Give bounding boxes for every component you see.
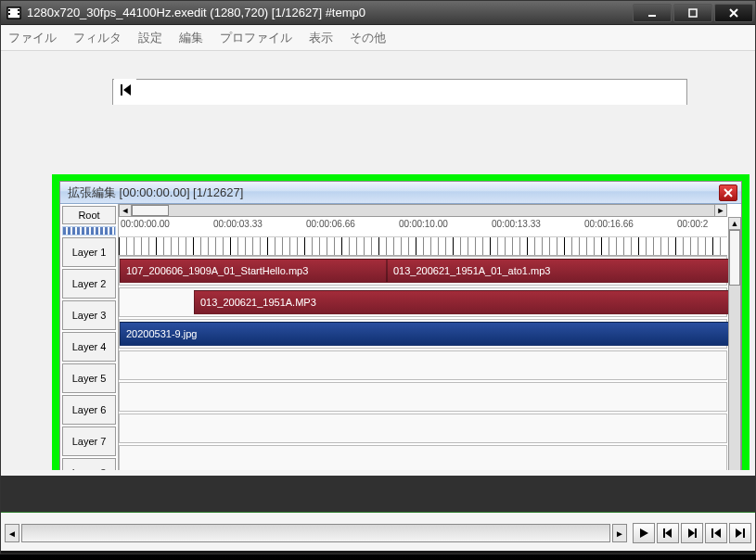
svg-marker-21 <box>736 528 742 538</box>
track-row[interactable]: 20200531-9.jpg <box>119 319 727 349</box>
svg-rect-3 <box>8 13 10 15</box>
timeline-ruler[interactable]: 00:00:00.0000:00:03.3300:00:06.6600:00:1… <box>119 217 727 256</box>
menu-file[interactable]: ファイル <box>8 30 57 46</box>
menu-edit[interactable]: 編集 <box>179 30 203 46</box>
svg-rect-2 <box>8 9 10 11</box>
timeline-window: 拡張編集 [00:00:00.00] [1/12627] Root Layer … <box>59 181 742 470</box>
clip-image[interactable]: 20200531-9.jpg <box>120 322 732 346</box>
track-row[interactable] <box>119 350 727 380</box>
divider-line <box>1 512 755 513</box>
maximize-button[interactable] <box>673 4 712 22</box>
root-button[interactable]: Root <box>62 206 116 224</box>
svg-rect-5 <box>18 13 19 15</box>
minimize-button[interactable] <box>633 4 672 22</box>
canvas-area: 拡張編集 [00:00:00.00] [1/12627] Root Layer … <box>1 51 755 470</box>
window-buttons <box>633 4 753 22</box>
zoom-slider[interactable] <box>62 226 116 235</box>
clip-audio[interactable]: 013_200621_1951A.MP3 <box>194 290 732 314</box>
vscroll-thumb[interactable] <box>729 230 740 286</box>
svg-marker-11 <box>123 84 131 95</box>
next-frame-button[interactable] <box>681 523 703 543</box>
titlebar[interactable]: 1280x720_30fps_44100Hz.exedit (1280,720)… <box>1 1 755 25</box>
vscroll-up-icon[interactable]: ▲ <box>728 217 741 230</box>
menu-profile[interactable]: プロファイル <box>220 30 292 46</box>
seek-left-icon[interactable]: ◄ <box>5 524 19 542</box>
timeline-vscroll[interactable]: ▲ ▼ <box>728 217 741 470</box>
ruler-label: 00:00:16.66 <box>584 219 634 229</box>
track-row[interactable]: 107_200606_1909A_01_StartHello.mp3013_20… <box>119 256 727 286</box>
track-row[interactable] <box>119 382 727 412</box>
timeline-left-column: Root Layer 1Layer 2Layer 3Layer 4Layer 5… <box>60 204 119 470</box>
layer-label-2[interactable]: Layer 2 <box>62 269 116 299</box>
app-window: 1280x720_30fps_44100Hz.exedit (1280,720)… <box>0 0 756 554</box>
layer-label-1[interactable]: Layer 1 <box>62 237 116 267</box>
svg-rect-4 <box>18 9 19 11</box>
layer-label-3[interactable]: Layer 3 <box>62 300 116 330</box>
status-band <box>1 476 755 513</box>
transport-bar: ◄ ► <box>5 516 751 550</box>
timeline-right-area: ◄ ► 00:00:00.0000:00:03.3300:00:06.6600:… <box>119 204 741 470</box>
ruler-label: 00:00:03.33 <box>213 219 263 229</box>
clip-audio[interactable]: 013_200621_1951A_01_ato1.mp3 <box>387 259 732 283</box>
timeline-close-button[interactable] <box>719 185 737 201</box>
go-start-button-2[interactable] <box>705 523 727 543</box>
ruler-label: 00:00:10.00 <box>399 219 448 229</box>
menubar: ファイル フィルタ 設定 編集 プロファイル 表示 その他 <box>1 25 755 51</box>
menu-other[interactable]: その他 <box>350 30 386 46</box>
app-icon <box>6 6 21 20</box>
go-end-button[interactable] <box>729 523 751 543</box>
hscroll-thumb[interactable] <box>132 205 169 216</box>
layer-label-8[interactable]: Layer 8 <box>62 458 116 470</box>
hscroll-left-icon[interactable]: ◄ <box>119 204 132 217</box>
svg-rect-7 <box>689 9 697 17</box>
ruler-ticks <box>119 236 727 255</box>
hscroll-track[interactable] <box>132 204 714 217</box>
menu-display[interactable]: 表示 <box>309 30 333 46</box>
seek-right-icon[interactable]: ► <box>612 524 627 542</box>
timeline-titlebar[interactable]: 拡張編集 [00:00:00.00] [1/12627] <box>60 182 741 204</box>
ruler-label: 00:00:13.33 <box>492 219 541 229</box>
layer-label-5[interactable]: Layer 5 <box>62 363 116 393</box>
menu-filter[interactable]: フィルタ <box>73 30 122 46</box>
seek-slider[interactable] <box>21 524 610 542</box>
layer-label-6[interactable]: Layer 6 <box>62 395 116 425</box>
track-row[interactable] <box>119 414 727 443</box>
prev-frame-button[interactable] <box>657 523 679 543</box>
ruler-label: 00:00:06.66 <box>306 219 355 229</box>
timeline-title: 拡張編集 [00:00:00.00] [1/12627] <box>68 185 719 201</box>
bottom-border <box>1 551 755 554</box>
preview-box <box>112 79 687 105</box>
ruler-label: 00:00:2 <box>677 219 708 229</box>
play-button[interactable] <box>633 523 655 543</box>
timeline-hscroll[interactable]: ◄ ► <box>119 204 727 217</box>
layer-label-4[interactable]: Layer 4 <box>62 332 116 362</box>
svg-marker-20 <box>714 528 721 538</box>
svg-marker-14 <box>640 528 648 538</box>
go-start-button[interactable] <box>114 79 136 101</box>
menu-settings[interactable]: 設定 <box>138 30 162 46</box>
ruler-label: 00:00:00.00 <box>121 219 170 229</box>
svg-marker-15 <box>665 528 672 538</box>
timeline-body: Root Layer 1Layer 2Layer 3Layer 4Layer 5… <box>60 204 741 470</box>
vscroll-track[interactable] <box>728 230 741 470</box>
window-title: 1280x720_30fps_44100Hz.exedit (1280,720)… <box>27 6 633 19</box>
track-row[interactable]: 013_200621_1951A.MP3 <box>119 287 727 317</box>
close-button[interactable] <box>714 4 753 22</box>
svg-marker-17 <box>688 528 695 538</box>
hscroll-right-icon[interactable]: ► <box>714 204 727 217</box>
layer-label-7[interactable]: Layer 7 <box>62 426 116 456</box>
track-row[interactable] <box>119 445 727 470</box>
clip-audio[interactable]: 107_200606_1909A_01_StartHello.mp3 <box>120 259 387 283</box>
tracks-area: 107_200606_1909A_01_StartHello.mp3013_20… <box>119 256 727 470</box>
transport-buttons <box>633 523 751 543</box>
